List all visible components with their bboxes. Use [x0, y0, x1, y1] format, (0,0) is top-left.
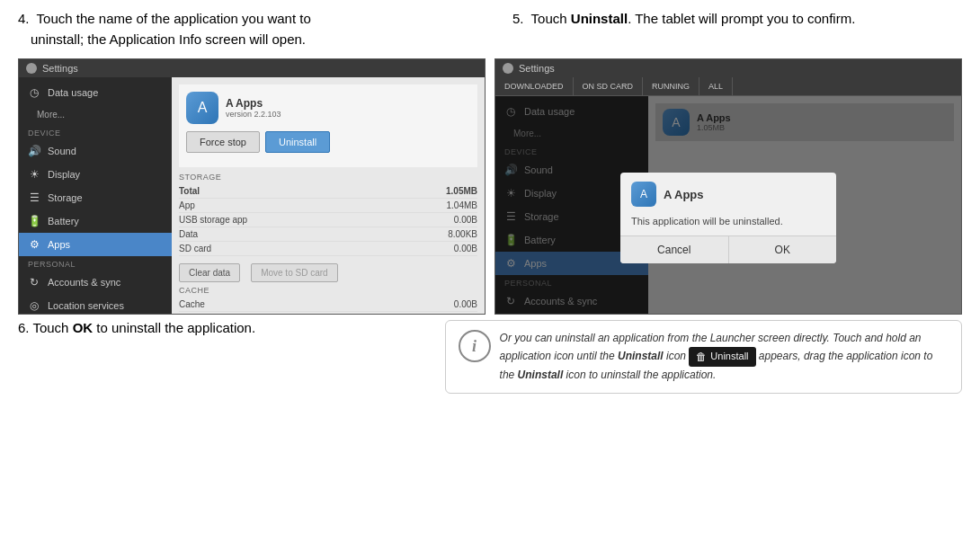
cache-label: Cache: [179, 299, 205, 309]
info-bold2: Uninstall: [518, 369, 564, 381]
sidebar-label-data-usage-left: Data usage: [48, 87, 98, 98]
info-icon: i: [459, 330, 491, 362]
info-text: Or you can uninstall an application from…: [500, 330, 949, 384]
total-value: 1.05MB: [446, 186, 477, 196]
instruction-left: 4. Touch the name of the application you…: [18, 9, 477, 49]
step4-text1: Touch the name of the application you wa…: [37, 11, 311, 26]
sidebar-item-sound-left[interactable]: 🔊 Sound: [19, 139, 172, 163]
screenshots-row: Settings ◷ Data usage More... DEVICE: [0, 58, 980, 315]
data-value: 8.00KB: [448, 229, 477, 239]
left-title-text: Settings: [42, 63, 78, 74]
tab-all[interactable]: ALL: [699, 77, 733, 95]
move-sd-button-left[interactable]: Move to SD card: [251, 263, 337, 282]
tab-downloaded[interactable]: DOWNLOADED: [495, 77, 574, 95]
step6-text2: to uninstall the application.: [93, 320, 255, 335]
sidebar-item-apps-left[interactable]: ⚙ Apps: [19, 233, 172, 256]
dialog-message: This application will be uninstalled.: [620, 212, 836, 235]
info-bold1: Uninstall: [618, 350, 664, 362]
sidebar-label-accounts-left: Accounts & sync: [48, 277, 120, 288]
action-buttons-left: Force stop Uninstall: [186, 131, 470, 153]
step6-area: 6. Touch OK to uninstall the application…: [18, 320, 427, 335]
step5-bold: Uninstall: [571, 11, 628, 26]
storage-section-left: STORAGE Total 1.05MB App 1.04MB USB stor…: [179, 173, 477, 282]
sidebar-item-accounts-left[interactable]: ↻ Accounts & sync: [19, 271, 172, 294]
apps-icon-left: ⚙: [28, 238, 40, 251]
app-version-text-left: version 2.2.103: [226, 110, 470, 119]
sidebar-label-apps-left: Apps: [48, 239, 70, 250]
accounts-icon-left: ↻: [28, 276, 40, 289]
step6-bold: OK: [73, 320, 94, 335]
uninstall-dialog-overlay: A A Apps This application will be uninst…: [495, 96, 961, 315]
trash-icon-badge: 🗑: [696, 349, 707, 366]
uninstall-badge: 🗑Uninstall: [689, 347, 755, 368]
step6-text: 6. Touch OK to uninstall the application…: [18, 320, 427, 335]
data-label: Data: [179, 229, 198, 239]
left-sidebar: ◷ Data usage More... DEVICE 🔊 Sound ☀: [19, 77, 172, 315]
app-icon-left: A: [186, 92, 218, 124]
dialog-buttons: Cancel OK: [620, 235, 836, 263]
info-text-middle: icon: [664, 350, 690, 362]
step5-text1: Touch: [531, 11, 571, 26]
sound-icon-left: 🔊: [28, 145, 40, 157]
storage-row-data: Data 8.00KB: [179, 227, 477, 242]
cache-title-left: CACHE: [179, 286, 477, 295]
info-box: i Or you can uninstall an application fr…: [445, 320, 962, 394]
step6-text1: Touch: [32, 320, 72, 335]
sidebar-label-display-left: Display: [48, 169, 80, 180]
app-info-card-left: A A Apps version 2.2.103 Force stop Unin…: [179, 84, 477, 167]
force-stop-button-left[interactable]: Force stop: [186, 131, 260, 153]
data-usage-icon-left: ◷: [28, 86, 40, 99]
step6-number: 6.: [18, 320, 30, 335]
storage-title-left: STORAGE: [179, 173, 477, 182]
dialog-header: A A Apps: [620, 173, 836, 212]
tab-running[interactable]: RUNNING: [643, 77, 699, 95]
page-layout: 4. Touch the name of the application you…: [0, 0, 980, 542]
section-device-left: DEVICE: [19, 125, 172, 139]
cache-row: Cache 0.00B: [179, 298, 477, 312]
settings-icon-left: [26, 63, 37, 74]
app-label: App: [179, 200, 195, 210]
storage-row-total: Total 1.05MB: [179, 184, 477, 199]
right-title-text: Settings: [519, 63, 555, 74]
sidebar-item-display-left[interactable]: ☀ Display: [19, 163, 172, 186]
cache-section-left: CACHE Cache 0.00B Clear cache: [179, 286, 477, 315]
step5-text2: . The tablet will prompt you to confirm.: [628, 11, 855, 26]
display-icon-left: ☀: [28, 168, 40, 181]
storage-icon-left: ☰: [28, 191, 40, 204]
sidebar-label-storage-left: Storage: [48, 192, 83, 203]
dialog-ok-button[interactable]: OK: [729, 236, 837, 263]
settings-icon-right: [503, 63, 513, 74]
sidebar-item-storage-left[interactable]: ☰ Storage: [19, 186, 172, 209]
sidebar-label-location-left: Location services: [48, 300, 124, 311]
screenshot-right: Settings DOWNLOADED ON SD CARD RUNNING A…: [494, 58, 962, 315]
left-android-screen: Settings ◷ Data usage More... DEVICE: [18, 58, 486, 315]
sidebar-item-location-left[interactable]: ◎ Location services: [19, 294, 172, 315]
dialog-app-icon: A: [631, 182, 656, 207]
info-text-end: icon to uninstall the application.: [563, 369, 716, 381]
usb-label: USB storage app: [179, 215, 247, 225]
left-title-bar: Settings: [19, 59, 485, 77]
right-tab-bar: DOWNLOADED ON SD CARD RUNNING ALL: [495, 77, 961, 96]
usb-value: 0.00B: [454, 215, 477, 225]
app-name-text-left: A Apps: [226, 97, 470, 110]
sidebar-label-battery-left: Battery: [48, 216, 79, 227]
location-icon-left: ◎: [28, 299, 40, 312]
storage-row-sdcard: SD card 0.00B: [179, 242, 477, 256]
bottom-row: 6. Touch OK to uninstall the application…: [0, 315, 980, 397]
sidebar-item-more-left[interactable]: More...: [19, 104, 172, 125]
dialog-cancel-button[interactable]: Cancel: [620, 236, 729, 263]
badge-label: Uninstall: [710, 349, 748, 364]
sidebar-item-battery-left[interactable]: 🔋 Battery: [19, 209, 172, 233]
step4-number: 4.: [18, 11, 30, 26]
tab-on-sd-card[interactable]: ON SD CARD: [574, 77, 644, 95]
battery-icon-left: 🔋: [28, 215, 40, 227]
uninstall-dialog: A A Apps This application will be uninst…: [620, 173, 836, 263]
left-main-panel: A A Apps version 2.2.103 Force stop Unin…: [172, 77, 485, 315]
app-header-left: A A Apps version 2.2.103: [186, 92, 470, 124]
uninstall-button-left[interactable]: Uninstall: [265, 131, 330, 153]
right-android-screen: Settings DOWNLOADED ON SD CARD RUNNING A…: [494, 58, 962, 315]
section-personal-left: PERSONAL: [19, 256, 172, 271]
clear-data-button-left[interactable]: Clear data: [179, 263, 240, 282]
sidebar-item-data-usage-left[interactable]: ◷ Data usage: [19, 81, 172, 104]
right-screen-body: ◷ Data usage More... DEVICE 🔊 Sound ☀: [495, 96, 961, 315]
